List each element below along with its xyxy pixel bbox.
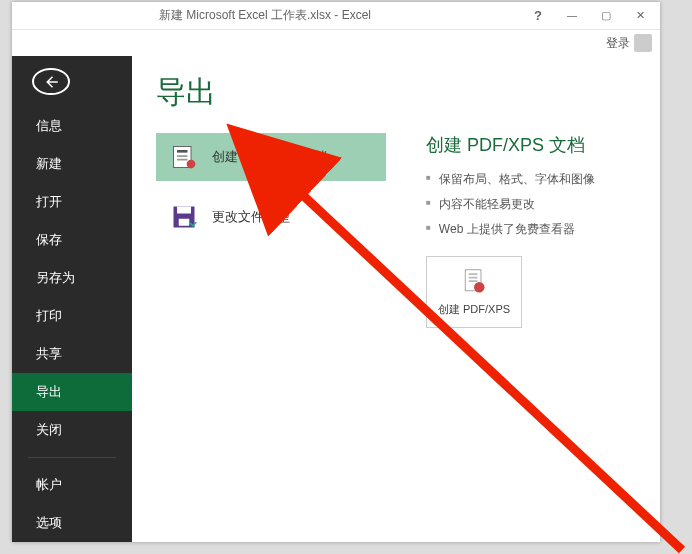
svg-point-4	[187, 160, 196, 169]
main-area: 信息 新建 打开 保存 另存为 打印 共享 导出 关闭 帐户 选项 导出	[12, 56, 660, 542]
option-change-filetype-label: 更改文件类型	[212, 208, 290, 226]
svg-rect-9	[469, 273, 478, 275]
sidebar-item-options[interactable]: 选项	[12, 504, 132, 542]
back-button[interactable]	[32, 68, 70, 95]
document-icon	[460, 268, 488, 296]
excel-backstage-window: 新建 Microsoft Excel 工作表.xlsx - Excel 登录 信…	[12, 2, 660, 542]
sidebar-separator	[28, 457, 116, 458]
sidebar-item-saveas[interactable]: 另存为	[12, 259, 132, 297]
arrow-left-icon	[42, 73, 60, 91]
svg-point-12	[474, 282, 485, 293]
maximize-icon[interactable]	[592, 4, 620, 28]
svg-rect-1	[177, 150, 188, 153]
sidebar-item-export[interactable]: 导出	[12, 373, 132, 411]
titlebar: 新建 Microsoft Excel 工作表.xlsx - Excel	[12, 2, 660, 30]
detail-bullet: Web 上提供了免费查看器	[426, 221, 636, 238]
sidebar-item-share[interactable]: 共享	[12, 335, 132, 373]
help-icon[interactable]	[524, 4, 552, 28]
sidebar-item-save[interactable]: 保存	[12, 221, 132, 259]
close-icon[interactable]	[626, 4, 654, 28]
signin-link[interactable]: 登录	[606, 35, 630, 52]
option-create-pdf[interactable]: 创建 PDF/XPS 文档	[156, 133, 386, 181]
option-list: 创建 PDF/XPS 文档 更改文件类型	[156, 133, 386, 328]
option-create-pdf-label: 创建 PDF/XPS 文档	[212, 148, 327, 166]
option-change-filetype[interactable]: 更改文件类型	[156, 193, 386, 241]
detail-bullet: 保留布局、格式、字体和图像	[426, 171, 636, 188]
svg-rect-10	[469, 276, 478, 278]
window-controls	[518, 4, 660, 28]
save-icon	[170, 203, 198, 231]
svg-rect-7	[179, 219, 190, 226]
svg-rect-6	[177, 207, 191, 214]
svg-rect-3	[177, 159, 188, 161]
sidebar-item-info[interactable]: 信息	[12, 107, 132, 145]
svg-rect-2	[177, 155, 188, 157]
options-panel: 创建 PDF/XPS 文档 更改文件类型 创建 PDF/XPS 文档 保留布局、…	[156, 133, 636, 328]
sidebar-item-new[interactable]: 新建	[12, 145, 132, 183]
content-panel: 导出 创建 PDF/XPS 文档 更改文件类型	[132, 56, 660, 542]
detail-panel: 创建 PDF/XPS 文档 保留布局、格式、字体和图像 内容不能轻易更改 Web…	[426, 133, 636, 328]
avatar-icon[interactable]	[634, 34, 652, 52]
svg-rect-11	[469, 280, 478, 282]
create-pdf-button-label: 创建 PDF/XPS	[438, 302, 510, 317]
sidebar-item-print[interactable]: 打印	[12, 297, 132, 335]
detail-heading: 创建 PDF/XPS 文档	[426, 133, 636, 157]
window-title: 新建 Microsoft Excel 工作表.xlsx - Excel	[12, 7, 518, 24]
sidebar: 信息 新建 打开 保存 另存为 打印 共享 导出 关闭 帐户 选项	[12, 56, 132, 542]
sidebar-item-open[interactable]: 打开	[12, 183, 132, 221]
detail-bullet: 内容不能轻易更改	[426, 196, 636, 213]
sidebar-item-close[interactable]: 关闭	[12, 411, 132, 449]
pdf-icon	[170, 143, 198, 171]
page-title: 导出	[156, 72, 636, 113]
signin-row: 登录	[12, 30, 660, 56]
minimize-icon[interactable]	[558, 4, 586, 28]
sidebar-item-account[interactable]: 帐户	[12, 466, 132, 504]
create-pdf-button[interactable]: 创建 PDF/XPS	[426, 256, 522, 328]
